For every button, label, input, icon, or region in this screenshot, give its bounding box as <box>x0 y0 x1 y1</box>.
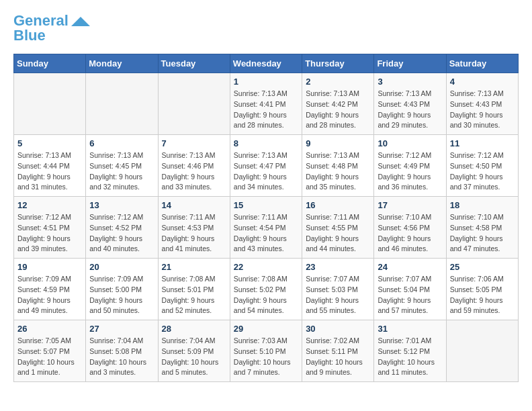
calendar-day-cell: 18Sunrise: 7:10 AM Sunset: 4:58 PM Dayli… <box>446 197 518 259</box>
day-of-week-header: Thursday <box>302 54 374 73</box>
day-number: 28 <box>162 324 226 334</box>
calendar-day-cell: 26Sunrise: 7:05 AM Sunset: 5:07 PM Dayli… <box>14 320 86 382</box>
calendar-day-cell: 1Sunrise: 7:13 AM Sunset: 4:41 PM Daylig… <box>230 73 302 135</box>
calendar-day-cell: 29Sunrise: 7:03 AM Sunset: 5:10 PM Dayli… <box>230 320 302 382</box>
calendar-day-cell: 3Sunrise: 7:13 AM Sunset: 4:43 PM Daylig… <box>374 73 446 135</box>
day-of-week-header: Saturday <box>446 54 518 73</box>
calendar-day-cell: 30Sunrise: 7:02 AM Sunset: 5:11 PM Dayli… <box>302 320 374 382</box>
day-number: 23 <box>306 262 370 272</box>
day-number: 30 <box>306 324 370 334</box>
day-number: 13 <box>89 200 154 210</box>
day-number: 15 <box>234 200 298 210</box>
day-info: Sunrise: 7:12 AM Sunset: 4:49 PM Dayligh… <box>378 150 442 193</box>
calendar-week-row: 5Sunrise: 7:13 AM Sunset: 4:44 PM Daylig… <box>14 135 519 197</box>
calendar-day-cell: 24Sunrise: 7:07 AM Sunset: 5:04 PM Dayli… <box>374 259 446 320</box>
day-info: Sunrise: 7:13 AM Sunset: 4:42 PM Dayligh… <box>306 89 370 131</box>
day-number: 19 <box>17 262 82 272</box>
calendar-day-cell: 11Sunrise: 7:12 AM Sunset: 4:50 PM Dayli… <box>446 135 518 197</box>
day-number: 3 <box>378 77 442 87</box>
day-number: 24 <box>378 262 442 272</box>
day-info: Sunrise: 7:13 AM Sunset: 4:44 PM Dayligh… <box>17 150 82 193</box>
calendar-week-row: 1Sunrise: 7:13 AM Sunset: 4:41 PM Daylig… <box>14 73 519 135</box>
day-number: 4 <box>450 77 515 87</box>
day-info: Sunrise: 7:12 AM Sunset: 4:52 PM Dayligh… <box>89 212 154 255</box>
day-number: 7 <box>162 138 226 148</box>
day-number: 14 <box>162 200 226 210</box>
calendar-day-cell: 12Sunrise: 7:12 AM Sunset: 4:51 PM Dayli… <box>14 197 86 259</box>
calendar-day-cell <box>86 73 158 135</box>
day-number: 6 <box>89 138 154 148</box>
calendar-day-cell: 8Sunrise: 7:13 AM Sunset: 4:47 PM Daylig… <box>230 135 302 197</box>
day-number: 21 <box>162 262 226 272</box>
calendar-day-cell: 4Sunrise: 7:13 AM Sunset: 4:43 PM Daylig… <box>446 73 518 135</box>
day-info: Sunrise: 7:08 AM Sunset: 5:02 PM Dayligh… <box>234 274 298 316</box>
day-info: Sunrise: 7:02 AM Sunset: 5:11 PM Dayligh… <box>306 336 370 378</box>
logo: General Blue <box>13 13 90 43</box>
day-number: 11 <box>450 138 515 148</box>
calendar-day-cell: 31Sunrise: 7:01 AM Sunset: 5:12 PM Dayli… <box>374 320 446 382</box>
day-info: Sunrise: 7:04 AM Sunset: 5:08 PM Dayligh… <box>89 336 154 378</box>
day-number: 20 <box>89 262 154 272</box>
day-info: Sunrise: 7:08 AM Sunset: 5:01 PM Dayligh… <box>162 274 226 316</box>
calendar-day-cell <box>446 320 518 382</box>
calendar-day-cell <box>158 73 230 135</box>
day-number: 8 <box>234 138 298 148</box>
day-info: Sunrise: 7:09 AM Sunset: 4:59 PM Dayligh… <box>17 274 82 316</box>
calendar-week-row: 19Sunrise: 7:09 AM Sunset: 4:59 PM Dayli… <box>14 259 519 320</box>
day-of-week-header: Sunday <box>14 54 86 73</box>
logo-blue: Blue <box>13 28 46 43</box>
day-info: Sunrise: 7:10 AM Sunset: 4:58 PM Dayligh… <box>450 212 515 255</box>
day-number: 27 <box>89 324 154 334</box>
day-number: 1 <box>234 77 298 87</box>
day-number: 18 <box>450 200 515 210</box>
calendar-day-cell: 19Sunrise: 7:09 AM Sunset: 4:59 PM Dayli… <box>14 259 86 320</box>
day-info: Sunrise: 7:07 AM Sunset: 5:04 PM Dayligh… <box>378 274 442 316</box>
calendar-day-cell: 9Sunrise: 7:13 AM Sunset: 4:48 PM Daylig… <box>302 135 374 197</box>
day-number: 5 <box>17 138 82 148</box>
calendar-day-cell: 2Sunrise: 7:13 AM Sunset: 4:42 PM Daylig… <box>302 73 374 135</box>
day-info: Sunrise: 7:05 AM Sunset: 5:07 PM Dayligh… <box>17 336 82 378</box>
day-number: 16 <box>306 200 370 210</box>
calendar-day-cell: 6Sunrise: 7:13 AM Sunset: 4:45 PM Daylig… <box>86 135 158 197</box>
day-of-week-header: Tuesday <box>158 54 230 73</box>
calendar-week-row: 26Sunrise: 7:05 AM Sunset: 5:07 PM Dayli… <box>14 320 519 382</box>
svg-marker-0 <box>71 17 90 26</box>
calendar-table: SundayMondayTuesdayWednesdayThursdayFrid… <box>13 54 519 382</box>
calendar-day-cell <box>14 73 86 135</box>
day-info: Sunrise: 7:13 AM Sunset: 4:43 PM Dayligh… <box>450 89 515 131</box>
calendar-day-cell: 5Sunrise: 7:13 AM Sunset: 4:44 PM Daylig… <box>14 135 86 197</box>
day-number: 2 <box>306 77 370 87</box>
logo-text: General <box>13 13 69 28</box>
day-info: Sunrise: 7:12 AM Sunset: 4:51 PM Dayligh… <box>17 212 82 255</box>
day-info: Sunrise: 7:13 AM Sunset: 4:47 PM Dayligh… <box>234 150 298 193</box>
day-of-week-header: Friday <box>374 54 446 73</box>
calendar-day-cell: 22Sunrise: 7:08 AM Sunset: 5:02 PM Dayli… <box>230 259 302 320</box>
day-info: Sunrise: 7:13 AM Sunset: 4:46 PM Dayligh… <box>162 150 226 193</box>
day-info: Sunrise: 7:10 AM Sunset: 4:56 PM Dayligh… <box>378 212 442 255</box>
day-info: Sunrise: 7:12 AM Sunset: 4:50 PM Dayligh… <box>450 150 515 193</box>
calendar-day-cell: 27Sunrise: 7:04 AM Sunset: 5:08 PM Dayli… <box>86 320 158 382</box>
day-of-week-header: Wednesday <box>230 54 302 73</box>
day-info: Sunrise: 7:06 AM Sunset: 5:05 PM Dayligh… <box>450 274 515 316</box>
day-number: 25 <box>450 262 515 272</box>
day-info: Sunrise: 7:13 AM Sunset: 4:45 PM Dayligh… <box>89 150 154 193</box>
day-number: 12 <box>17 200 82 210</box>
calendar-week-row: 12Sunrise: 7:12 AM Sunset: 4:51 PM Dayli… <box>14 197 519 259</box>
day-number: 17 <box>378 200 442 210</box>
calendar-day-cell: 13Sunrise: 7:12 AM Sunset: 4:52 PM Dayli… <box>86 197 158 259</box>
calendar-day-cell: 28Sunrise: 7:04 AM Sunset: 5:09 PM Dayli… <box>158 320 230 382</box>
calendar-day-cell: 16Sunrise: 7:11 AM Sunset: 4:55 PM Dayli… <box>302 197 374 259</box>
logo-icon <box>71 17 90 26</box>
page-header: General Blue <box>13 13 519 43</box>
calendar-day-cell: 7Sunrise: 7:13 AM Sunset: 4:46 PM Daylig… <box>158 135 230 197</box>
day-info: Sunrise: 7:13 AM Sunset: 4:43 PM Dayligh… <box>378 89 442 131</box>
day-info: Sunrise: 7:11 AM Sunset: 4:55 PM Dayligh… <box>306 212 370 255</box>
day-info: Sunrise: 7:03 AM Sunset: 5:10 PM Dayligh… <box>234 336 298 378</box>
calendar-header-row: SundayMondayTuesdayWednesdayThursdayFrid… <box>14 54 519 73</box>
calendar-day-cell: 25Sunrise: 7:06 AM Sunset: 5:05 PM Dayli… <box>446 259 518 320</box>
calendar-day-cell: 17Sunrise: 7:10 AM Sunset: 4:56 PM Dayli… <box>374 197 446 259</box>
day-number: 22 <box>234 262 298 272</box>
calendar-day-cell: 21Sunrise: 7:08 AM Sunset: 5:01 PM Dayli… <box>158 259 230 320</box>
day-number: 10 <box>378 138 442 148</box>
calendar-day-cell: 20Sunrise: 7:09 AM Sunset: 5:00 PM Dayli… <box>86 259 158 320</box>
